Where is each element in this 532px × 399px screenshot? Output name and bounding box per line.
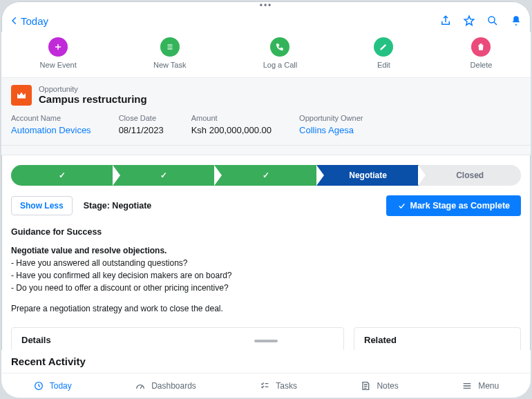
bell-icon[interactable]	[510, 14, 522, 27]
quick-action-label: New Task	[153, 61, 186, 69]
field-amount: Amount Ksh 200,000,000.00	[191, 114, 272, 135]
back-button[interactable]: Today	[10, 15, 48, 27]
tasks-icon	[259, 380, 270, 391]
stage-closed[interactable]: Closed	[419, 165, 521, 186]
object-label: Opportunity	[39, 85, 147, 93]
tab-notes[interactable]: Notes	[360, 380, 398, 391]
phone-icon	[275, 42, 285, 52]
check-icon: ✓	[160, 171, 167, 180]
stage-done-1[interactable]: ✓	[11, 165, 113, 186]
drag-handle[interactable]	[254, 340, 278, 342]
field-label: Opportunity Owner	[299, 114, 363, 122]
stage-text: Stage: Negotiate	[84, 201, 152, 211]
button-label: Mark Stage as Complete	[410, 201, 511, 211]
star-icon[interactable]	[463, 14, 475, 27]
field-owner: Opportunity Owner Collins Agesa	[299, 114, 363, 135]
quick-action-label: Edit	[377, 61, 390, 69]
check-icon	[397, 202, 406, 211]
stage-path[interactable]: ✓ ✓ ✓ Negotiate Closed	[11, 165, 521, 186]
quick-actions-bar: New Event New Task Log a Call Edit Delet…	[1, 32, 531, 78]
new-event-button[interactable]: New Event	[40, 37, 77, 69]
check-icon: ✓	[263, 171, 269, 180]
stage-current[interactable]: Negotiate	[317, 165, 419, 186]
svg-point-0	[488, 17, 495, 23]
edit-button[interactable]: Edit	[374, 37, 393, 69]
field-account-name: Account Name Automation Devices	[11, 114, 91, 135]
tab-label: Dashboards	[151, 381, 196, 391]
guidance-footer: Prepare a negotiation strategy and work …	[11, 302, 521, 315]
tab-dashboards[interactable]: Dashboards	[135, 380, 196, 391]
record-name: Campus restructuring	[39, 93, 147, 105]
guidance-bullet: - Do you need to offer a discount or oth…	[11, 282, 521, 294]
field-value-link[interactable]: Automation Devices	[11, 125, 91, 135]
tab-related[interactable]: Related	[364, 335, 397, 352]
list-icon	[165, 42, 175, 52]
tab-label: Menu	[478, 381, 499, 391]
quick-action-label: Delete	[471, 61, 493, 69]
field-close-date: Close Date 08/11/2023	[119, 114, 164, 135]
new-task-button[interactable]: New Task	[153, 37, 186, 69]
recent-activity-heading[interactable]: Recent Activity	[1, 350, 531, 373]
field-label: Close Date	[119, 114, 164, 122]
bottom-tabbar: Today Dashboards Tasks Notes Menu	[1, 373, 531, 398]
tab-tasks[interactable]: Tasks	[259, 380, 297, 391]
guidance-section: Guidance for Success Negotiate value and…	[11, 226, 521, 315]
stage-done-2[interactable]: ✓	[113, 165, 216, 186]
guidance-bullet: - Have you answered all outstanding ques…	[11, 257, 521, 269]
top-actions	[439, 14, 522, 27]
stage-label: Negotiate	[349, 171, 387, 180]
tab-label: Notes	[377, 381, 398, 391]
show-less-button[interactable]: Show Less	[11, 196, 73, 215]
guidance-bullet: - Have you confirmed all key decision ma…	[11, 269, 521, 282]
trash-icon	[476, 42, 486, 52]
record-header: Opportunity Campus restructuring Account…	[1, 78, 531, 146]
quick-action-label: Log a Call	[263, 61, 298, 69]
menu-icon	[462, 380, 473, 391]
notes-icon	[360, 380, 371, 391]
status-bar: •••	[1, 1, 531, 10]
tab-details[interactable]: Details	[21, 335, 51, 352]
delete-button[interactable]: Delete	[471, 37, 493, 69]
field-label: Amount	[191, 114, 272, 122]
stage-label: Closed	[456, 171, 484, 180]
check-icon: ✓	[59, 171, 66, 180]
tab-today[interactable]: Today	[33, 380, 72, 391]
share-icon[interactable]	[439, 14, 452, 27]
field-value: 08/11/2023	[119, 125, 164, 135]
section-divider	[1, 146, 531, 155]
stage-row: Show Less Stage: Negotiate Mark Stage as…	[11, 195, 521, 216]
gauge-icon	[135, 380, 146, 391]
log-call-button[interactable]: Log a Call	[263, 37, 298, 69]
field-label: Account Name	[11, 114, 91, 122]
guidance-heading: Guidance for Success	[11, 226, 521, 239]
tab-menu[interactable]: Menu	[462, 380, 499, 391]
field-value-link[interactable]: Collins Agesa	[299, 125, 363, 135]
stage-done-3[interactable]: ✓	[215, 165, 317, 186]
field-value: Ksh 200,000,000.00	[191, 125, 272, 135]
tab-label: Tasks	[276, 381, 297, 391]
search-icon[interactable]	[486, 14, 499, 27]
top-bar: Today	[1, 10, 531, 32]
opportunity-icon	[11, 85, 32, 106]
chevron-left-icon	[10, 16, 19, 26]
pencil-icon	[379, 42, 388, 52]
guidance-title: Negotiate value and resolve objections.	[11, 244, 521, 257]
quick-action-label: New Event	[40, 61, 77, 69]
clock-icon	[33, 380, 44, 391]
mark-complete-button[interactable]: Mark Stage as Complete	[386, 195, 522, 216]
plus-icon	[53, 42, 63, 52]
back-label: Today	[21, 15, 48, 27]
tab-label: Today	[50, 381, 72, 391]
